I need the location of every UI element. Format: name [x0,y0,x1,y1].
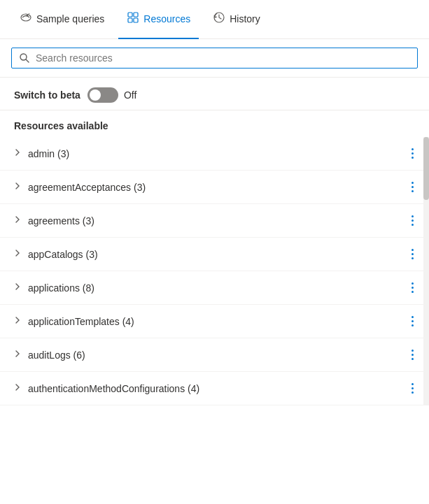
history-icon [213,11,225,27]
chevron-icon [14,148,21,159]
more-options-button[interactable] [407,313,418,329]
chevron-icon [14,316,21,326]
resource-name: agreements (3) [28,215,94,226]
resource-name: appCatalogs (3) [28,249,98,260]
more-options-button[interactable] [407,347,418,363]
tab-sample-queries-label: Sample queries [36,13,104,24]
svg-rect-2 [128,13,132,17]
resource-list: admin (3) agreementAcceptances (3) agree… [0,137,429,405]
toggle-container: Off [87,87,136,103]
resource-item-agreements[interactable]: agreements (3) [0,204,429,238]
top-navigation: Sample queries Resources History [0,0,429,39]
resource-item-authentication-method-configs[interactable]: authenticationMethodConfigurations (4) [0,372,429,405]
more-options-button[interactable] [407,280,418,296]
beta-label: Switch to beta [14,89,80,101]
tab-resources-label: Resources [143,13,190,24]
resource-item-admin[interactable]: admin (3) [0,137,429,171]
scrollbar-track[interactable] [423,137,429,405]
svg-rect-5 [134,18,138,22]
sample-queries-icon [20,11,32,27]
resource-name: applications (8) [28,282,94,294]
resource-item-agreement-acceptances[interactable]: agreementAcceptances (3) [0,171,429,204]
resource-name: authenticationMethodConfigurations (4) [28,383,199,394]
chevron-icon [14,249,21,259]
chevron-icon [14,182,21,192]
more-options-button[interactable] [407,145,418,161]
beta-switch-section: Switch to beta Off [0,78,429,110]
chevron-icon [14,383,21,394]
resource-name: admin (3) [28,148,69,159]
svg-rect-3 [134,13,138,17]
scrollbar-thumb[interactable] [423,137,429,200]
chevron-icon [14,282,21,293]
beta-toggle[interactable] [87,87,118,103]
resource-item-audit-logs[interactable]: auditLogs (6) [0,338,429,372]
more-options-button[interactable] [407,179,418,195]
resource-item-application-templates[interactable]: applicationTemplates (4) [0,305,429,338]
more-options-button[interactable] [407,246,418,262]
tab-sample-queries[interactable]: Sample queries [11,0,113,39]
resources-section-title: Resources available [14,120,108,131]
resources-available-header: Resources available [0,110,429,137]
tab-history[interactable]: History [204,0,269,39]
resource-name: agreementAcceptances (3) [28,182,146,193]
search-box[interactable] [11,48,418,69]
resource-name: applicationTemplates (4) [28,316,134,327]
resource-item-applications[interactable]: applications (8) [0,271,429,305]
resource-name: auditLogs (6) [28,350,85,361]
resources-icon [127,11,139,27]
search-container [0,39,429,78]
search-icon [19,52,30,64]
resource-item-app-catalogs[interactable]: appCatalogs (3) [0,238,429,271]
search-input[interactable] [36,52,410,64]
toggle-state-label: Off [124,89,136,101]
more-options-button[interactable] [407,213,418,229]
chevron-icon [14,215,21,226]
toggle-knob [90,89,101,101]
tab-history-label: History [230,13,260,24]
chevron-icon [14,350,21,360]
svg-rect-4 [128,18,132,22]
more-options-button[interactable] [407,380,418,396]
tab-resources[interactable]: Resources [118,0,199,39]
